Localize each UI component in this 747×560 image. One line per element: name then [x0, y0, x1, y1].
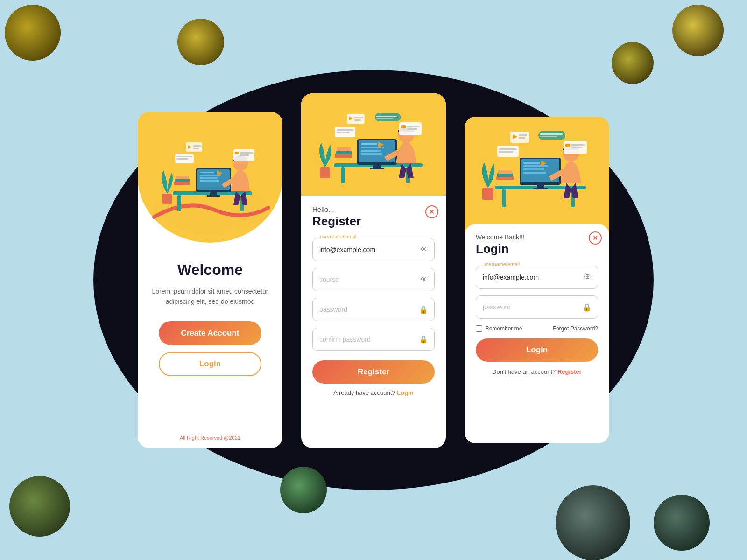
svg-rect-89 [519, 137, 525, 139]
login-password-input[interactable] [476, 295, 598, 319]
cards-container: Welcome Lorem ipsum dolor sit amet, cons… [0, 0, 747, 560]
svg-rect-42 [335, 154, 352, 158]
welcome-title: Welcome [177, 261, 243, 279]
already-have-account-text: Already have account? Login [312, 389, 435, 396]
svg-rect-14 [175, 179, 190, 182]
register-password-group: 🔒 [312, 298, 435, 321]
svg-rect-80 [565, 144, 570, 147]
svg-rect-43 [336, 151, 352, 154]
no-account-text: Don't have an account? Register [476, 368, 598, 375]
register-button[interactable]: Register [312, 360, 435, 384]
welcome-back-text: Welcome Back!!! [476, 233, 598, 241]
svg-rect-28 [193, 148, 199, 149]
eye-icon-course[interactable]: 👁 [421, 275, 428, 284]
login-form-area: ✕ Welcome Back!!! Login username/email 👁… [465, 224, 609, 443]
svg-rect-90 [538, 131, 565, 140]
svg-rect-68 [533, 188, 548, 189]
svg-rect-52 [337, 129, 353, 131]
register-username-input[interactable] [312, 238, 435, 261]
register-link[interactable]: Register [557, 368, 582, 375]
register-confirm-password-input[interactable] [312, 328, 435, 351]
svg-rect-38 [361, 147, 384, 148]
login-button[interactable]: Login [159, 352, 261, 376]
svg-rect-11 [200, 180, 219, 182]
register-password-input[interactable] [312, 298, 435, 321]
login-illustration-svg [469, 121, 605, 219]
svg-rect-69 [523, 162, 540, 164]
forgot-password-link[interactable]: Forgot Password? [553, 325, 598, 332]
svg-rect-85 [499, 151, 513, 153]
svg-rect-37 [361, 143, 377, 145]
remember-me-label[interactable]: Remember me [476, 325, 522, 332]
eye-icon-login[interactable]: 👁 [584, 273, 592, 281]
login-username-input[interactable] [476, 266, 598, 289]
svg-rect-40 [361, 153, 382, 155]
register-close-button[interactable]: ✕ [425, 205, 438, 218]
create-account-button[interactable]: Create Account [159, 321, 261, 345]
svg-rect-31 [341, 167, 345, 183]
lock-icon: 🔒 [419, 305, 428, 314]
svg-rect-91 [540, 133, 563, 135]
welcome-content: Welcome Lorem ipsum dolor sit amet, cons… [138, 243, 282, 435]
register-username-group: username/email 👁 [312, 238, 435, 261]
svg-rect-20 [240, 152, 253, 154]
register-title: Register [312, 214, 435, 229]
no-account-label: Don't have an account? [492, 368, 556, 375]
welcome-illustration [138, 112, 282, 243]
svg-rect-70 [523, 165, 548, 167]
svg-rect-82 [571, 147, 582, 148]
svg-rect-24 [176, 158, 188, 160]
lock-icon-confirm: 🔒 [419, 335, 428, 344]
svg-rect-63 [502, 189, 506, 207]
svg-rect-72 [523, 172, 546, 174]
svg-rect-44 [337, 147, 351, 151]
svg-rect-76 [498, 170, 512, 174]
svg-rect-21 [240, 154, 249, 156]
remember-me-text: Remember me [485, 325, 522, 332]
svg-rect-88 [519, 134, 527, 136]
svg-rect-2 [177, 195, 181, 211]
svg-rect-92 [540, 136, 557, 137]
login-illustration [465, 117, 609, 224]
welcome-illustration-svg [149, 121, 271, 233]
svg-rect-19 [235, 152, 239, 154]
username-label: username/email [318, 234, 358, 239]
svg-rect-8 [200, 172, 214, 173]
svg-rect-81 [571, 144, 585, 146]
svg-rect-57 [354, 119, 361, 121]
svg-rect-49 [407, 126, 420, 127]
svg-rect-7 [206, 195, 220, 197]
svg-rect-17 [162, 194, 172, 204]
remember-me-checkbox[interactable] [476, 325, 482, 332]
svg-rect-27 [193, 145, 201, 147]
login-link[interactable]: Login [397, 389, 413, 396]
login-card: ✕ Welcome Back!!! Login username/email 👁… [465, 117, 609, 443]
register-illustration-svg [306, 103, 441, 196]
welcome-card: Welcome Lorem ipsum dolor sit amet, cons… [138, 112, 282, 448]
register-course-group: 👁 [312, 268, 435, 291]
eye-icon[interactable]: 👁 [421, 245, 428, 254]
svg-rect-46 [320, 167, 330, 178]
register-confirm-password-group: 🔒 [312, 328, 435, 351]
svg-rect-15 [176, 176, 189, 179]
svg-rect-39 [361, 150, 381, 152]
login-username-group: username/email 👁 [476, 266, 598, 289]
register-card: Hello... Register ✕ username/email 👁 👁 🔒 [301, 93, 446, 448]
welcome-description: Lorem ipsum dolor sit amet, consectetur … [152, 286, 268, 307]
svg-rect-36 [370, 168, 384, 169]
svg-rect-50 [407, 128, 417, 130]
login-action-button[interactable]: Login [476, 338, 598, 362]
svg-rect-59 [376, 116, 397, 117]
login-password-group: 🔒 [476, 295, 598, 319]
svg-rect-84 [499, 148, 517, 150]
login-close-button[interactable]: ✕ [589, 231, 602, 245]
svg-rect-13 [174, 182, 190, 185]
register-course-input[interactable] [312, 268, 435, 291]
svg-rect-71 [523, 168, 544, 170]
footer-text: All Right Reserved @2021 [180, 435, 240, 448]
register-form-area: Hello... Register ✕ username/email 👁 👁 🔒 [301, 196, 446, 448]
svg-rect-75 [497, 173, 513, 177]
svg-rect-10 [200, 177, 218, 179]
lock-icon-login: 🔒 [582, 303, 592, 312]
svg-rect-48 [401, 125, 406, 128]
